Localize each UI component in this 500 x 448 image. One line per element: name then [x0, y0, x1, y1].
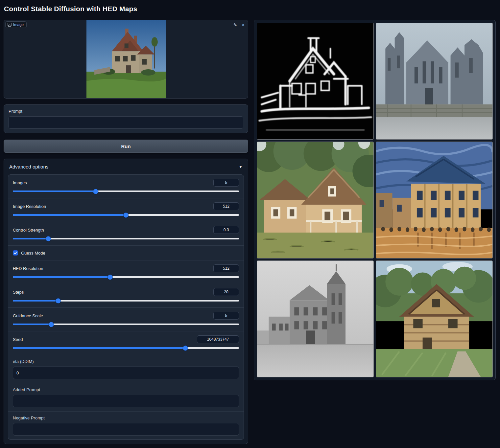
hed-resolution-slider[interactable] — [13, 276, 239, 278]
eta-input[interactable] — [13, 367, 239, 379]
image-input-dropzone[interactable]: Image ✎ × — [4, 20, 248, 99]
images-label: Images — [13, 180, 27, 185]
image-resolution-slider-thumb[interactable] — [124, 213, 129, 217]
steps-label: Steps — [13, 290, 24, 295]
added-prompt-input[interactable] — [13, 395, 239, 407]
stone-cathedral-image — [376, 23, 492, 139]
slider-row-hed-resolution: HED Resolution — [8, 260, 244, 284]
guidance-scale-value-input[interactable] — [213, 312, 239, 320]
negative-prompt-input[interactable] — [13, 423, 239, 436]
grayscale-building-image — [257, 261, 373, 377]
prompt-input[interactable] — [9, 116, 243, 129]
guidance-scale-slider[interactable] — [13, 324, 239, 325]
control-strength-value-input[interactable] — [213, 226, 239, 234]
check-icon — [14, 252, 17, 254]
image-resolution-label: Image Resolution — [13, 204, 46, 209]
image-resolution-slider[interactable] — [13, 214, 239, 216]
gallery-item-house-with-trees[interactable] — [376, 260, 493, 377]
images-value-input[interactable] — [213, 179, 239, 187]
eta-label: eta (DDIM) — [13, 359, 239, 364]
image-input-tag-label: Image — [13, 23, 24, 27]
advanced-options-accordion: Advanced options ▼ Images — [4, 159, 248, 444]
left-column: Image ✎ × — [4, 20, 248, 444]
stylized-painting-image — [376, 142, 492, 258]
house-with-trees-image — [376, 261, 492, 377]
advanced-form: Images Image Resolution — [8, 174, 244, 440]
steps-slider-thumb[interactable] — [56, 298, 60, 303]
image-input-tag: Image — [5, 21, 27, 28]
slider-row-image-resolution: Image Resolution — [8, 198, 244, 222]
steps-slider[interactable] — [13, 300, 239, 302]
steps-value-input[interactable] — [213, 288, 239, 296]
image-icon — [8, 23, 12, 27]
images-slider[interactable] — [13, 190, 239, 192]
slider-row-steps: Steps — [8, 284, 244, 307]
image-resolution-value-input[interactable] — [213, 202, 239, 210]
seed-value-input[interactable] — [197, 335, 239, 343]
negative-prompt-row: Negative Prompt — [8, 411, 244, 439]
hed-resolution-value-input[interactable] — [213, 264, 239, 272]
gallery-item-grayscale-building[interactable] — [257, 260, 374, 377]
page-title: Control Stable Diffusion with HED Maps — [0, 0, 500, 16]
image-actions: ✎ × — [233, 22, 245, 28]
advanced-options-title: Advanced options — [9, 164, 48, 169]
advanced-options-body: Images Image Resolution — [4, 174, 248, 444]
gallery-item-stone-cathedral[interactable] — [376, 23, 493, 140]
chevron-down-icon: ▼ — [239, 165, 243, 169]
edit-image-button[interactable]: ✎ — [233, 22, 238, 28]
gallery-item-painted-house[interactable] — [257, 142, 374, 258]
advanced-options-header[interactable]: Advanced options ▼ — [4, 159, 248, 174]
slider-row-seed: Seed — [8, 331, 244, 355]
prompt-label: Prompt — [9, 109, 243, 114]
guess-mode-row: Guess Mode — [8, 245, 244, 260]
pencil-icon: ✎ — [233, 22, 237, 28]
guidance-scale-label: Guidance Scale — [13, 313, 43, 318]
guess-mode-label: Guess Mode — [21, 251, 45, 256]
gallery-item-stylized-painting[interactable] — [376, 142, 493, 258]
control-strength-slider[interactable] — [13, 238, 239, 239]
run-button[interactable]: Run — [4, 140, 248, 153]
negative-prompt-label: Negative Prompt — [13, 415, 239, 420]
clear-image-button[interactable]: × — [241, 22, 245, 28]
control-strength-slider-thumb[interactable] — [46, 236, 51, 241]
app-root: Control Stable Diffusion with HED Maps I… — [0, 0, 500, 448]
uploaded-house-photo — [86, 20, 166, 98]
seed-slider[interactable] — [13, 347, 239, 349]
hed-resolution-slider-thumb[interactable] — [107, 275, 112, 280]
hed-edge-map-image — [257, 23, 373, 139]
added-prompt-label: Added Prompt — [13, 387, 239, 392]
seed-label: Seed — [13, 337, 23, 342]
control-strength-label: Control Strength — [13, 228, 44, 233]
guidance-scale-slider-thumb[interactable] — [49, 322, 54, 327]
eta-row: eta (DDIM) — [8, 355, 244, 383]
painted-house-image — [257, 142, 373, 258]
slider-row-images: Images — [8, 175, 244, 198]
gallery-item-hed-edge-map[interactable] — [257, 23, 374, 140]
hed-resolution-label: HED Resolution — [13, 266, 43, 271]
close-icon: × — [242, 22, 245, 28]
output-gallery — [254, 20, 496, 380]
added-prompt-row: Added Prompt — [8, 383, 244, 411]
images-slider-thumb[interactable] — [93, 189, 98, 194]
prompt-block: Prompt — [4, 104, 248, 133]
main-row: Image ✎ × — [4, 20, 496, 444]
guess-mode-checkbox[interactable] — [13, 250, 18, 256]
seed-slider-thumb[interactable] — [183, 346, 188, 350]
slider-row-control-strength: Control Strength — [8, 222, 244, 245]
slider-row-guidance-scale: Guidance Scale — [8, 307, 244, 331]
